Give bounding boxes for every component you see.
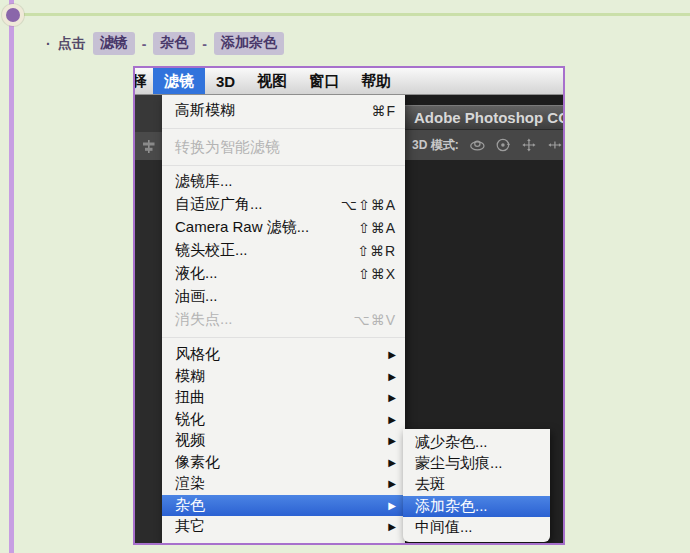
menu-item-gaussian-blur[interactable]: 高斯模糊 ⌘F	[162, 97, 405, 124]
menubar-item-window[interactable]: 窗口	[298, 68, 350, 94]
menu-item-other[interactable]: 其它 ▶	[162, 516, 405, 538]
submenu-item-label: 添加杂色...	[415, 497, 488, 516]
note-separator: -	[142, 36, 147, 52]
submenu-arrow-icon: ▶	[388, 392, 396, 403]
submenu-item-label: 中间值...	[415, 518, 473, 537]
filter-menu: 高斯模糊 ⌘F 转换为智能滤镜 滤镜库... 自适应广角... ⌥⇧⌘A Cam…	[162, 95, 405, 543]
menu-item-shortcut: ⌥⇧⌘A	[341, 197, 396, 213]
menu-item-label: 高斯模糊	[175, 101, 235, 120]
menu-item-shortcut: ⇧⌘R	[357, 243, 396, 259]
photoshop-screenshot: 择 滤镜 3D 视图 窗口 帮助 Adobe Photoshop CC 3D 模…	[133, 66, 565, 545]
menu-item-shortcut: ⌘F	[371, 103, 396, 119]
menu-separator	[162, 165, 405, 166]
submenu-item-add-noise[interactable]: 添加杂色...	[403, 496, 550, 517]
noise-submenu: 减少杂色... 蒙尘与划痕... 去斑 添加杂色... 中间值...	[403, 429, 550, 542]
menu-item-oil-paint[interactable]: 油画...	[162, 285, 405, 308]
menu-item-label: 转换为智能滤镜	[175, 138, 280, 157]
menu-item-label: 其它	[175, 517, 205, 536]
menu-item-label: 渲染	[175, 474, 205, 493]
menu-item-filter-gallery[interactable]: 滤镜库...	[162, 170, 405, 193]
menu-item-noise[interactable]: 杂色 ▶	[162, 495, 405, 517]
submenu-item-reduce-noise[interactable]: 减少杂色...	[403, 432, 550, 453]
menu-item-blur[interactable]: 模糊 ▶	[162, 366, 405, 388]
step-note: · 点击 滤镜 - 杂色 - 添加杂色	[46, 32, 284, 55]
3d-rotate-icon[interactable]	[469, 136, 486, 154]
submenu-arrow-icon: ▶	[388, 457, 396, 468]
menu-item-liquify[interactable]: 液化... ⇧⌘X	[162, 262, 405, 285]
menu-item-label: 自适应广角...	[175, 195, 263, 214]
timeline-horizontal-line	[14, 13, 690, 16]
timeline-node-dot	[6, 8, 20, 22]
menu-item-shortcut: ⌥⌘V	[354, 312, 396, 328]
note-separator: -	[202, 36, 207, 52]
menu-item-render[interactable]: 渲染 ▶	[162, 473, 405, 495]
menu-separator	[162, 128, 405, 129]
menu-item-vanishing-point: 消失点... ⌥⌘V	[162, 308, 405, 331]
menu-separator	[162, 337, 405, 338]
submenu-item-label: 减少杂色...	[415, 433, 488, 452]
badge-noise: 杂色	[153, 32, 195, 55]
submenu-item-despeckle[interactable]: 去斑	[403, 474, 550, 495]
menu-bar: 择 滤镜 3D 视图 窗口 帮助	[135, 68, 563, 95]
menubar-item-help[interactable]: 帮助	[350, 68, 402, 94]
left-app-edge-top	[135, 95, 162, 132]
menu-item-label: 风格化	[175, 345, 220, 364]
submenu-item-label: 去斑	[415, 475, 445, 494]
menu-item-label: 像素化	[175, 453, 220, 472]
timeline-node-icon	[2, 4, 24, 26]
menu-item-label: 消失点...	[175, 310, 233, 329]
menu-item-lens-correction[interactable]: 镜头校正... ⇧⌘R	[162, 239, 405, 262]
badge-add-noise: 添加杂色	[214, 32, 284, 55]
menubar-item-select[interactable]: 择	[133, 68, 153, 94]
align-center-icon[interactable]	[141, 139, 156, 154]
options-bar-label: 3D 模式:	[412, 137, 459, 154]
menu-item-shortcut: ⇧⌘A	[358, 220, 396, 236]
menu-item-camera-raw-filter[interactable]: Camera Raw 滤镜... ⇧⌘A	[162, 216, 405, 239]
3d-pan-icon[interactable]	[521, 136, 537, 154]
note-action-text: 点击	[58, 35, 86, 53]
menu-item-pixelate[interactable]: 像素化 ▶	[162, 452, 405, 474]
3d-slide-icon[interactable]	[547, 136, 563, 154]
submenu-item-label: 蒙尘与划痕...	[415, 454, 503, 473]
submenu-item-median[interactable]: 中间值...	[403, 517, 550, 538]
menubar-item-view[interactable]: 视图	[246, 68, 298, 94]
submenu-arrow-icon: ▶	[388, 349, 396, 360]
submenu-arrow-icon: ▶	[388, 500, 396, 511]
menu-item-label: 滤镜库...	[175, 172, 233, 191]
submenu-arrow-icon: ▶	[388, 371, 396, 382]
menubar-item-filter[interactable]: 滤镜	[153, 68, 205, 94]
menu-item-shortcut: ⇧⌘X	[358, 266, 396, 282]
menu-item-label: 视频	[175, 431, 205, 450]
badge-filter: 滤镜	[93, 32, 135, 55]
submenu-item-dust-and-scratches[interactable]: 蒙尘与划痕...	[403, 453, 550, 474]
submenu-arrow-icon: ▶	[388, 521, 396, 532]
menu-item-distort[interactable]: 扭曲 ▶	[162, 387, 405, 409]
timeline-vertical-line	[9, 0, 14, 553]
left-app-edge	[135, 95, 162, 543]
menu-item-adaptive-wide-angle[interactable]: 自适应广角... ⌥⇧⌘A	[162, 193, 405, 216]
3d-roll-icon[interactable]	[495, 136, 511, 154]
submenu-arrow-icon: ▶	[388, 435, 396, 446]
menu-item-label: 杂色	[175, 496, 205, 515]
menubar-item-3d[interactable]: 3D	[205, 68, 246, 94]
menu-item-label: 模糊	[175, 367, 205, 386]
menu-item-convert-smart-filter: 转换为智能滤镜	[162, 133, 405, 161]
menu-item-label: 锐化	[175, 410, 205, 429]
options-bar: 3D 模式:	[405, 129, 563, 160]
menu-item-label: Camera Raw 滤镜...	[175, 218, 309, 237]
submenu-arrow-icon: ▶	[388, 414, 396, 425]
window-title: Adobe Photoshop CC	[405, 105, 563, 129]
menu-item-label: 镜头校正...	[175, 241, 248, 260]
menu-item-label: 液化...	[175, 264, 218, 283]
submenu-arrow-icon: ▶	[388, 478, 396, 489]
menu-item-stylize[interactable]: 风格化 ▶	[162, 344, 405, 366]
note-bullet: ·	[46, 36, 51, 52]
menu-item-label: 油画...	[175, 287, 218, 306]
menu-item-sharpen[interactable]: 锐化 ▶	[162, 409, 405, 431]
app-dark-strip	[405, 95, 563, 105]
menu-item-label: 扭曲	[175, 388, 205, 407]
menu-item-video[interactable]: 视频 ▶	[162, 430, 405, 452]
left-options-band	[135, 132, 162, 160]
